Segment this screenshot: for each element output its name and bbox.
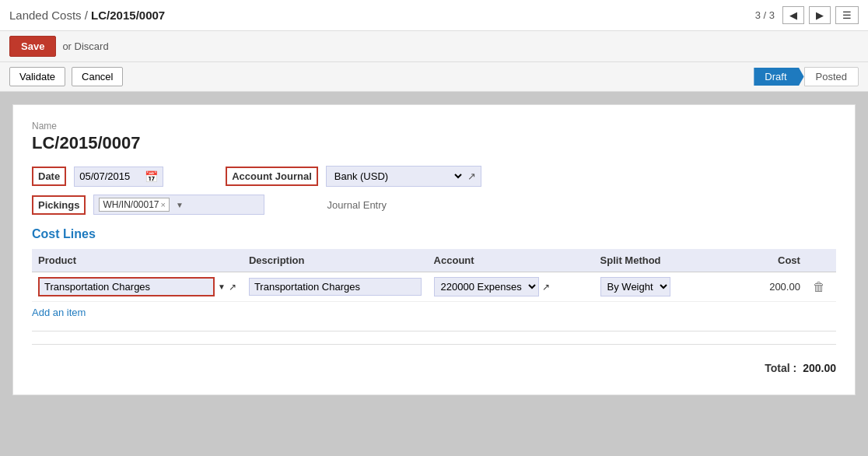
product-link-icon-0[interactable]: ↗ <box>229 282 236 293</box>
cost-lines-title: Cost Lines <box>32 227 836 241</box>
status-draft[interactable]: Draft <box>754 68 803 86</box>
col-description: Description <box>243 249 428 272</box>
account-journal-label: Account Journal <box>226 167 318 186</box>
save-button[interactable]: Save <box>9 36 56 57</box>
date-field[interactable]: 📅 <box>74 167 163 187</box>
pickings-label: Pickings <box>32 195 86 215</box>
nav-next-button[interactable]: ▶ <box>809 6 831 24</box>
product-cell-0: ▼ ↗ <box>32 272 243 302</box>
main-content: Name LC/2015/0007 Date 📅 Account Journal… <box>0 92 868 408</box>
record-title: LC/2015/0007 <box>32 133 836 153</box>
status-posted[interactable]: Posted <box>804 67 859 86</box>
total-label: Total : <box>765 362 796 374</box>
date-input[interactable] <box>79 170 142 182</box>
top-bar: Landed Costs / LC/2015/0007 3 / 3 ◀ ▶ ☰ <box>0 0 868 31</box>
date-journal-row: Date 📅 Account Journal Bank (USD) ↗ <box>32 166 836 187</box>
pagination-info: 3 / 3 <box>755 9 775 21</box>
status-bar: Draft Posted <box>754 67 859 86</box>
cancel-button[interactable]: Cancel <box>72 67 123 86</box>
form-card: Name LC/2015/0007 Date 📅 Account Journal… <box>12 104 856 395</box>
description-cell-0 <box>243 272 428 302</box>
total-row: Total : 200.00 <box>32 357 836 379</box>
validate-button[interactable]: Validate <box>9 67 65 86</box>
picking-value: WH/IN/00017 <box>103 199 159 210</box>
col-split-method: Split Method <box>594 249 733 272</box>
cost-lines-table: Product Description Account Split Method… <box>32 249 836 302</box>
breadcrumb-current: LC/2015/0007 <box>91 9 165 22</box>
col-account: Account <box>428 249 594 272</box>
product-input-0[interactable] <box>38 277 215 296</box>
breadcrumb-separator: / <box>85 9 91 22</box>
cost-value-0: 200.00 <box>733 272 807 302</box>
account-cell-0: 220000 Expenses ↗ <box>428 272 594 302</box>
breadcrumb-base[interactable]: Landed Costs <box>9 9 82 22</box>
name-label: Name <box>32 121 836 132</box>
discard-button[interactable]: or Discard <box>62 40 108 52</box>
bank-field[interactable]: Bank (USD) ↗ <box>326 166 481 187</box>
add-item-link[interactable]: Add an item <box>32 307 86 318</box>
description-input-0[interactable] <box>249 278 422 296</box>
menu-button[interactable]: ☰ <box>835 6 859 24</box>
separator <box>32 331 836 331</box>
nav-prev-button[interactable]: ◀ <box>782 6 804 24</box>
breadcrumb: Landed Costs / LC/2015/0007 <box>9 9 165 22</box>
col-product: Product <box>32 249 243 272</box>
table-row: ▼ ↗ 220000 Expenses ↗ By Weight <box>32 272 836 302</box>
bank-select[interactable]: Bank (USD) <box>331 170 464 183</box>
col-cost: Cost <box>733 249 807 272</box>
account-link-icon-0[interactable]: ↗ <box>542 282 550 293</box>
delete-cell-0: 🗑 <box>807 272 836 302</box>
pickings-field[interactable]: WH/IN/00017 × ▼ <box>93 195 264 215</box>
calendar-icon[interactable]: 📅 <box>145 170 158 183</box>
cost-table-header: Product Description Account Split Method… <box>32 249 836 272</box>
validate-bar: Validate Cancel Draft Posted <box>0 62 868 92</box>
total-value: 200.00 <box>803 362 836 374</box>
picking-tag: WH/IN/00017 × <box>99 198 169 212</box>
picking-remove-icon[interactable]: × <box>161 200 166 209</box>
split-cell-0: By Weight <box>594 272 733 302</box>
external-link-icon[interactable]: ↗ <box>467 170 476 182</box>
action-bar: Save or Discard <box>0 31 868 62</box>
pickings-journal-row: Pickings WH/IN/00017 × ▼ Journal Entry <box>32 195 836 215</box>
separator-2 <box>32 344 836 345</box>
account-select-0[interactable]: 220000 Expenses <box>434 277 539 296</box>
pickings-dropdown-arrow[interactable]: ▼ <box>176 201 184 209</box>
date-label: Date <box>32 167 66 186</box>
journal-entry-label: Journal Entry <box>327 199 387 211</box>
product-dropdown-icon-0[interactable]: ▼ <box>218 282 226 291</box>
top-bar-right: 3 / 3 ◀ ▶ ☰ <box>755 6 859 24</box>
col-actions <box>807 249 836 272</box>
split-select-0[interactable]: By Weight <box>600 277 670 296</box>
delete-button-0[interactable]: 🗑 <box>813 280 825 294</box>
